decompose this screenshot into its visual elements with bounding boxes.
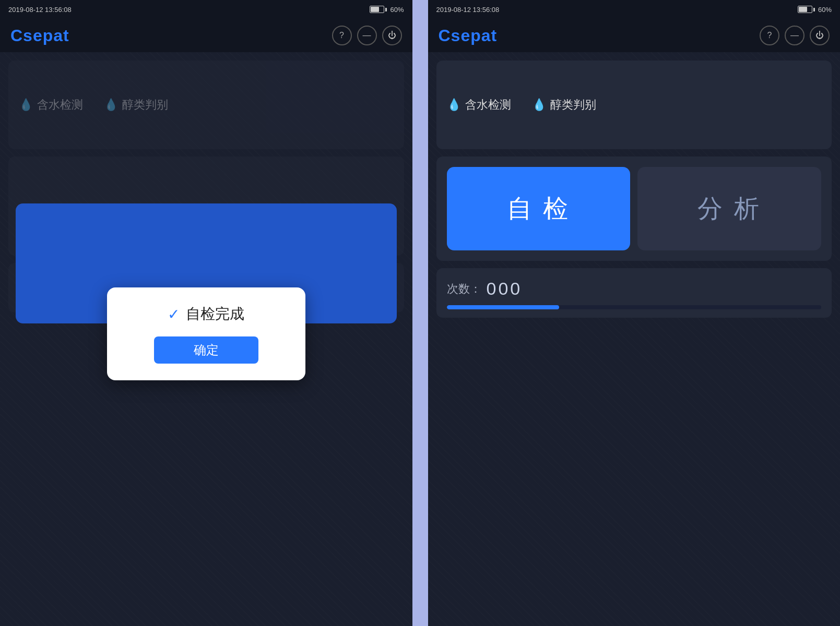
right-battery-body <box>798 6 812 13</box>
right-power-button[interactable]: ⏻ <box>810 26 830 45</box>
right-features-card: 💧 含水检测 💧 醇类判别 <box>436 61 832 149</box>
right-actions-card: 自 检 分 析 <box>436 156 832 261</box>
right-header-controls: ? — ⏻ <box>760 26 830 45</box>
right-drop-icon-1: 💧 <box>447 98 461 112</box>
left-modal-title-text: 自检完成 <box>186 304 244 324</box>
right-count-row: 次数： 000 <box>447 279 822 299</box>
right-drop-icon-2: 💧 <box>532 98 546 112</box>
right-feature-1: 💧 含水检测 <box>447 97 511 113</box>
right-analyze-button[interactable]: 分 析 <box>637 167 821 250</box>
right-feature-2: 💧 醇类判别 <box>532 97 596 113</box>
right-header: Csepat ? — ⏻ <box>428 19 841 52</box>
left-modal-confirm-button[interactable]: 确定 <box>154 336 258 364</box>
right-content: 💧 含水检测 💧 醇类判别 自 检 分 析 次数： 000 <box>428 52 841 626</box>
right-battery-fill <box>799 7 807 12</box>
right-battery: 60% <box>798 6 832 14</box>
right-panel: 2019-08-12 13:56:08 60% Csepat ? — ⏻ 💧 含… <box>428 0 841 626</box>
left-modal-overlay: ✓ 自检完成 确定 <box>0 0 412 626</box>
right-battery-tip <box>813 8 815 11</box>
right-minimize-button[interactable]: — <box>785 26 804 45</box>
right-count-label: 次数： <box>447 281 481 297</box>
right-battery-pct: 60% <box>818 6 832 14</box>
right-progress-fill <box>447 305 559 309</box>
right-status-bar: 2019-08-12 13:56:08 60% <box>428 0 841 19</box>
left-modal-title: ✓ 自检完成 <box>168 304 244 324</box>
right-feature-1-label: 含水检测 <box>465 97 511 113</box>
right-help-button[interactable]: ? <box>760 26 779 45</box>
right-count-value: 000 <box>487 279 523 299</box>
right-battery-icon <box>798 6 815 13</box>
left-panel: 2019-08-12 13:56:08 60% Csepat ? — ⏻ 💧 含… <box>0 0 412 626</box>
right-selftest-button[interactable]: 自 检 <box>447 167 631 250</box>
right-logo: Csepat <box>439 26 498 45</box>
right-progress-container <box>447 305 822 309</box>
left-modal-checkmark: ✓ <box>168 306 180 323</box>
center-divider <box>412 0 428 626</box>
right-status-time: 2019-08-12 13:56:08 <box>436 6 500 14</box>
right-count-card: 次数： 000 <box>436 268 832 318</box>
right-feature-2-label: 醇类判别 <box>550 97 596 113</box>
left-modal-dialog: ✓ 自检完成 确定 <box>107 287 305 380</box>
